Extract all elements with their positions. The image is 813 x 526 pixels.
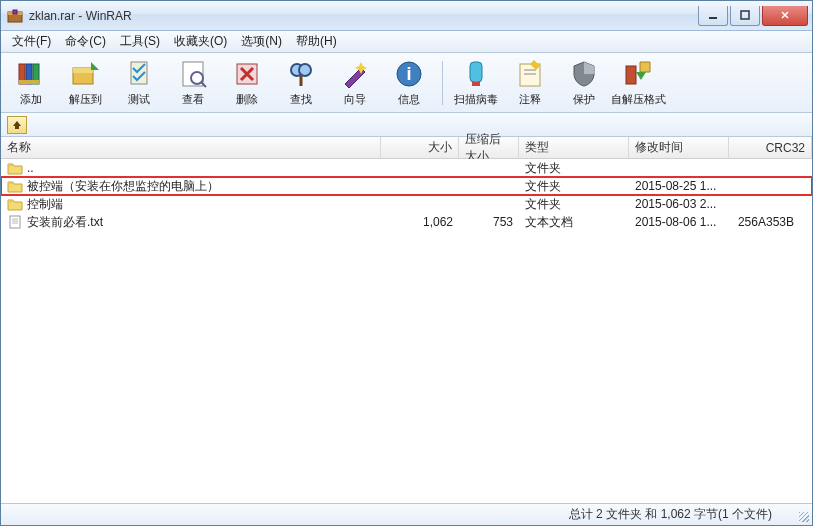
svg-point-17 [299, 64, 311, 76]
sfx-button[interactable]: 自解压格式 [614, 56, 662, 110]
file-name: 控制端 [27, 196, 63, 213]
svg-text:i: i [406, 64, 411, 84]
books-icon [15, 58, 47, 90]
titlebar: zklan.rar - WinRAR [1, 1, 812, 31]
wizard-icon [339, 58, 371, 90]
test-button[interactable]: 测试 [115, 56, 163, 110]
file-size: 1,062 [381, 215, 459, 229]
file-row[interactable]: 控制端文件夹2015-06-03 2... [1, 195, 812, 213]
column-headers: 名称 大小 压缩后大小 类型 修改时间 CRC32 [1, 137, 812, 159]
file-crc: 256A353B [729, 215, 812, 229]
test-icon [123, 58, 155, 90]
menu-help[interactable]: 帮助(H) [289, 31, 344, 52]
svg-rect-21 [470, 62, 482, 82]
file-type: 文本文档 [519, 214, 629, 231]
virus-button[interactable]: 扫描病毒 [452, 56, 500, 110]
delete-icon [231, 58, 263, 90]
folder-icon [7, 197, 23, 211]
virus-icon [460, 58, 492, 90]
extract-icon [69, 58, 101, 90]
header-packed[interactable]: 压缩后大小 [459, 137, 519, 158]
svg-rect-8 [19, 80, 39, 84]
shield-icon [568, 58, 600, 90]
menu-file[interactable]: 文件(F) [5, 31, 58, 52]
view-button[interactable]: 查看 [169, 56, 217, 110]
comment-button[interactable]: 注释 [506, 56, 554, 110]
svg-rect-27 [10, 216, 20, 228]
menu-options[interactable]: 选项(N) [234, 31, 289, 52]
close-button[interactable] [762, 6, 808, 26]
file-row[interactable]: 安装前必看.txt1,062753文本文档2015-08-06 1...256A… [1, 213, 812, 231]
file-row[interactable]: ..文件夹 [1, 159, 812, 177]
toolbar: 添加 解压到 测试 查看 删除 查找 向导 i 信息 [1, 53, 812, 113]
minimize-button[interactable] [698, 6, 728, 26]
view-icon [177, 58, 209, 90]
winrar-window: zklan.rar - WinRAR 文件(F) 命令(C) 工具(S) 收藏夹… [0, 0, 813, 526]
header-type[interactable]: 类型 [519, 137, 629, 158]
comment-icon [514, 58, 546, 90]
svg-rect-22 [472, 82, 480, 86]
file-name: .. [27, 161, 34, 175]
add-button[interactable]: 添加 [7, 56, 55, 110]
file-name: 安装前必看.txt [27, 214, 103, 231]
header-date[interactable]: 修改时间 [629, 137, 729, 158]
svg-rect-2 [13, 10, 17, 14]
file-date: 2015-08-06 1... [629, 215, 729, 229]
file-type: 文件夹 [519, 160, 629, 177]
menubar: 文件(F) 命令(C) 工具(S) 收藏夹(O) 选项(N) 帮助(H) [1, 31, 812, 53]
svg-rect-4 [741, 11, 749, 19]
menu-favorites[interactable]: 收藏夹(O) [167, 31, 234, 52]
extract-button[interactable]: 解压到 [61, 56, 109, 110]
window-title: zklan.rar - WinRAR [29, 9, 698, 23]
svg-rect-10 [73, 68, 93, 73]
info-button[interactable]: i 信息 [385, 56, 433, 110]
find-button[interactable]: 查找 [277, 56, 325, 110]
file-packed: 753 [459, 215, 519, 229]
header-size[interactable]: 大小 [381, 137, 459, 158]
statusbar: 总计 2 文件夹 和 1,062 字节(1 个文件) [1, 503, 812, 525]
folder-icon [7, 179, 23, 193]
file-date: 2015-08-25 1... [629, 179, 729, 193]
file-row[interactable]: 被控端（安装在你想监控的电脑上）文件夹2015-08-25 1... [1, 177, 812, 195]
svg-rect-3 [709, 17, 717, 19]
sfx-icon [622, 58, 654, 90]
delete-button[interactable]: 删除 [223, 56, 271, 110]
maximize-button[interactable] [730, 6, 760, 26]
svg-rect-26 [626, 66, 636, 84]
header-crc[interactable]: CRC32 [729, 137, 812, 158]
address-bar [1, 113, 812, 137]
status-text: 总计 2 文件夹 和 1,062 字节(1 个文件) [569, 506, 772, 523]
file-list[interactable]: ..文件夹被控端（安装在你想监控的电脑上）文件夹2015-08-25 1...控… [1, 159, 812, 503]
header-name[interactable]: 名称 [1, 137, 381, 158]
wizard-button[interactable]: 向导 [331, 56, 379, 110]
file-type: 文件夹 [519, 178, 629, 195]
info-icon: i [393, 58, 425, 90]
winrar-icon [7, 8, 23, 24]
folder-icon [7, 161, 23, 175]
find-icon [285, 58, 317, 90]
window-buttons [698, 6, 808, 26]
toolbar-separator [442, 61, 443, 105]
file-type: 文件夹 [519, 196, 629, 213]
menu-tools[interactable]: 工具(S) [113, 31, 167, 52]
text-file-icon [7, 215, 23, 229]
file-name: 被控端（安装在你想监控的电脑上） [27, 178, 219, 195]
protect-button[interactable]: 保护 [560, 56, 608, 110]
file-date: 2015-06-03 2... [629, 197, 729, 211]
up-button[interactable] [7, 116, 27, 134]
menu-commands[interactable]: 命令(C) [58, 31, 113, 52]
